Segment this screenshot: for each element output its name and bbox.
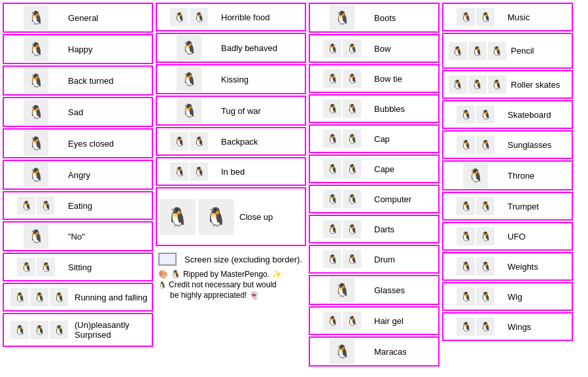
list-item: 🐧 🐧 Wings <box>442 312 573 341</box>
sprite-container: 🐧 🐧 <box>446 8 505 26</box>
sprite-image: 🐧 <box>24 37 48 62</box>
sprite-container: 🐧 🐧 <box>446 257 505 276</box>
credit-line-2: 🐧 Credit not necessary but would <box>158 280 306 289</box>
sprite-image: 🐧 <box>323 220 341 238</box>
list-item: 🐧 Angry <box>3 160 153 190</box>
sprite-image: 🐧 <box>17 196 35 215</box>
credit-text-1: Ripped by MasterPengo. <box>183 270 269 279</box>
item-label: Sunglasses <box>508 140 551 150</box>
sprite-image: 🐧 <box>476 257 494 276</box>
list-item: 🐧 Happy <box>3 34 153 64</box>
sprite-container: 🐧 🐧 <box>7 196 65 215</box>
sprite-image: 🐧 <box>343 220 361 238</box>
item-label: Bubbles <box>374 104 405 114</box>
sprite-container: 🐧 🐧 <box>446 135 505 154</box>
item-label: Boots <box>374 13 396 23</box>
item-label: Computer <box>374 194 411 204</box>
list-item: 🐧 Throne <box>442 160 573 190</box>
sprite-image: 🐧 <box>343 39 361 58</box>
item-label: Darts <box>374 224 394 234</box>
list-item: 🐧 Kissing <box>156 64 306 94</box>
item-label: Angry <box>68 170 90 180</box>
sprite-container: 🐧 🐧 <box>160 162 218 181</box>
sprite-image: 🐧 <box>170 162 188 181</box>
ghost-icon: 👻 <box>249 291 259 300</box>
sprite-image: 🐧 <box>198 199 234 235</box>
sprite-image: 🐧 <box>449 42 467 60</box>
sprite-image: 🐧 <box>24 131 48 156</box>
sprite-container: 🐧 <box>313 5 372 30</box>
sprite-container: 🐧 🐧 <box>446 227 505 245</box>
sprite-image: 🐧 <box>10 321 29 339</box>
sprite-container: 🐧 <box>7 131 65 156</box>
list-item: 🐧 🐧 🐧 Roller skates <box>442 70 573 99</box>
item-label: Running and falling <box>75 293 147 302</box>
item-label: (Un)pleasantlySurprised <box>75 320 130 340</box>
sprite-container: 🐧 🐧 <box>313 312 372 330</box>
list-item: 🐧 🐧 Horrible food <box>156 3 306 31</box>
credit-line-3: be highly appreciated! 👻 <box>158 291 306 300</box>
list-item: 🐧 🐧 Skateboard <box>442 100 573 129</box>
sprite-image: 🐧 <box>177 98 201 123</box>
sprite-image: 🐧 <box>457 257 475 276</box>
item-label: Horrible food <box>221 12 269 22</box>
credit-text-2: Credit not necessary but would <box>169 280 277 289</box>
list-item: 🐧 Badly behaved <box>156 33 306 63</box>
credit-info: 🎨 🐧 Ripped by MasterPengo. ✨ 🐧 Credit no… <box>158 270 306 300</box>
item-label: Bow <box>374 44 390 54</box>
sprite-container: 🐧 🐧 <box>160 199 234 235</box>
sprite-image: 🐧 <box>323 160 341 178</box>
item-label: Weights <box>508 262 538 272</box>
list-item: 🐧 Maracas <box>309 336 440 367</box>
item-label: Backpack <box>221 137 258 147</box>
item-label: Kissing <box>221 75 249 84</box>
sprite-container: 🐧 <box>7 5 65 30</box>
sprite-container: 🐧 🐧 <box>160 132 218 151</box>
sprite-image: 🐧 <box>323 250 341 268</box>
sprite-image: 🐧 <box>30 321 48 339</box>
list-item: 🐧 Boots <box>309 3 440 33</box>
sprite-image: 🐧 <box>343 69 361 88</box>
sprite-image: 🐧 <box>449 75 467 94</box>
list-item: 🐧 Eyes closed <box>3 128 153 158</box>
item-label: Trumpet <box>508 202 539 211</box>
list-item: 🐧 Tug of war <box>156 96 306 126</box>
list-item: 🐧 General <box>3 3 153 33</box>
sprite-image: 🐧 <box>343 130 361 148</box>
sprite-image: 🐧 <box>463 163 488 188</box>
sprite-image: 🐧 <box>330 339 355 364</box>
list-item: 🐧 🐧 Bubbles <box>309 94 440 123</box>
list-item: 🐧 🐧 Cap <box>309 124 440 153</box>
credit-line-1: 🎨 🐧 Ripped by MasterPengo. ✨ <box>158 270 306 279</box>
sprite-image: 🐧 <box>457 135 475 154</box>
list-item: 🐧 Sad <box>3 97 153 127</box>
penguin-icon-2: 🐧 <box>158 281 166 289</box>
item-label: Pencil <box>511 46 534 56</box>
item-label: Cape <box>374 164 394 174</box>
list-item: 🐧 🐧 Darts <box>309 215 440 243</box>
sprite-container: 🐧 <box>7 68 65 93</box>
sprite-image: 🐧 <box>323 130 341 148</box>
sprite-image: 🐧 <box>24 162 48 187</box>
item-label: Eyes closed <box>68 139 114 149</box>
sprite-container: 🐧 <box>160 98 218 123</box>
list-item: 🐧 🐧 Wig <box>442 282 573 311</box>
list-item: 🐧 🐧 Computer <box>309 185 440 213</box>
list-item: 🐧 🐧 Sitting <box>3 253 153 281</box>
list-item: 🐧 🐧 Drum <box>309 245 440 274</box>
list-item: 🐧 🐧 Hair gel <box>309 306 440 335</box>
credit-text-3: be highly appreciated! <box>170 291 247 300</box>
sprite-image: 🐧 <box>177 67 201 92</box>
sprite-image: 🐧 <box>177 35 201 60</box>
sprite-container: 🐧 <box>160 35 218 60</box>
sprite-container: 🐧 🐧 <box>313 190 372 208</box>
item-label: Hair gel <box>374 316 404 326</box>
sprite-container: 🐧 <box>446 163 505 188</box>
list-item: 🐧 🐧 Eating <box>3 191 153 220</box>
column-4: 🐧 🐧 Music 🐧 🐧 🐧 Pencil 🐧 🐧 🐧 Roller skat… <box>442 3 573 367</box>
item-label: Music <box>508 12 530 22</box>
sprite-container: 🐧 🐧 <box>446 287 505 306</box>
sprite-container: 🐧 <box>313 339 372 364</box>
sprite-container: 🐧 🐧 🐧 <box>446 42 508 60</box>
list-item: 🐧 🐧 Weights <box>442 252 573 281</box>
